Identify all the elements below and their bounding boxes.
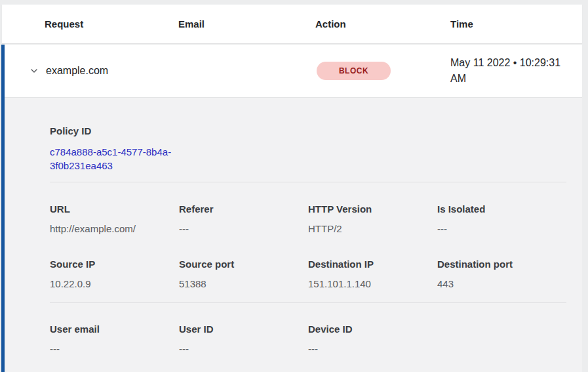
field-label: User ID [179,323,308,335]
field-http-version: HTTP Version HTTP/2 [308,203,437,234]
field-label: Source IP [50,258,179,270]
field-value: --- [50,343,179,354]
field-referer: Referer --- [179,203,308,234]
field-value: 51388 [179,278,308,289]
column-header-email: Email [178,18,315,30]
field-url: URL http://example.com/ [50,203,179,234]
field-label: User email [50,323,179,335]
field-value: --- [437,223,566,234]
field-value: 443 [437,278,566,289]
section-divider [50,182,566,182]
column-header-time: Time [450,18,582,30]
field-user-id: User ID --- [179,323,308,354]
collapse-row-button[interactable] [28,64,41,77]
field-value: HTTP/2 [308,223,437,234]
field-label: Destination IP [308,258,437,270]
column-header-action: Action [315,18,450,30]
field-label: Device ID [308,323,437,335]
field-source-port: Source port 51388 [179,258,308,289]
details-row-user: User email --- User ID --- Device ID --- [50,323,566,354]
row-details-panel: Policy ID c784a888-a5c1-4577-8b4a-3f0b23… [5,97,582,372]
field-label: URL [50,203,179,215]
field-is-isolated: Is Isolated --- [437,203,566,234]
field-label: Is Isolated [437,203,566,215]
field-label: HTTP Version [308,203,437,215]
chevron-down-icon [29,66,39,76]
action-cell: BLOCK [312,62,450,80]
policy-id-link[interactable]: c784a888-a5c1-4577-8b4a-3f0b231ea463 [50,145,184,173]
field-label: Destination port [437,258,566,270]
request-time: May 11 2022 • 10:29:31 AM [450,55,567,87]
field-value: 10.22.0.9 [50,278,179,289]
log-row-expanded: example.com BLOCK May 11 2022 • 10:29:31… [1,45,582,372]
field-label: Referer [179,203,308,215]
field-destination-ip: Destination IP 151.101.1.140 [308,258,437,289]
section-divider [50,302,566,303]
field-label: Source port [179,258,308,270]
field-value: http://example.com/ [50,223,179,234]
log-row-summary[interactable]: example.com BLOCK May 11 2022 • 10:29:31… [5,45,582,97]
column-header-request: Request [45,18,178,30]
field-device-id: Device ID --- [308,323,437,354]
details-row-network: Source IP 10.22.0.9 Source port 51388 De… [50,258,566,289]
request-domain: example.com [46,65,174,77]
field-value: 151.101.1.140 [308,278,437,289]
policy-id-section: Policy ID c784a888-a5c1-4577-8b4a-3f0b23… [50,125,566,173]
log-table-header: Request Email Action Time [2,5,582,43]
action-block-badge: BLOCK [317,62,391,80]
field-value: --- [308,343,437,354]
field-source-ip: Source IP 10.22.0.9 [50,258,179,289]
field-value: --- [179,223,308,234]
field-user-email: User email --- [50,323,179,354]
policy-id-label: Policy ID [50,125,566,136]
field-destination-port: Destination port 443 [437,258,566,289]
field-value: --- [179,343,308,354]
details-row-http: URL http://example.com/ Referer --- HTTP… [50,203,566,234]
